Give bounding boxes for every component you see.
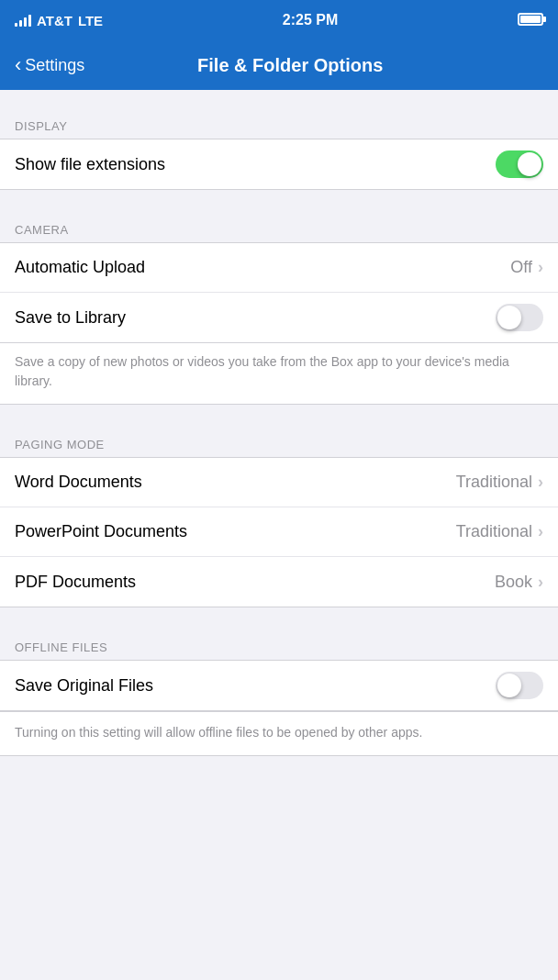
word-documents-right: Traditional ›: [456, 473, 543, 492]
show-file-extensions-row: Show file extensions: [0, 139, 558, 189]
pdf-documents-row[interactable]: PDF Documents Book ›: [0, 557, 558, 607]
paging-mode-card-group: Word Documents Traditional › PowerPoint …: [0, 457, 558, 607]
save-original-files-label: Save Original Files: [15, 676, 153, 696]
network-label: LTE: [78, 13, 103, 28]
offline-files-section-header: OFFLINE FILES: [0, 633, 558, 660]
offline-files-card-group: Save Original Files: [0, 660, 558, 711]
content: DISPLAY Show file extensions CAMERA Auto…: [0, 90, 558, 756]
offline-files-description: Turning on this setting will allow offli…: [0, 711, 558, 756]
display-section-header: DISPLAY: [0, 112, 558, 139]
powerpoint-documents-row[interactable]: PowerPoint Documents Traditional ›: [0, 507, 558, 557]
word-documents-label: Word Documents: [15, 473, 142, 492]
pdf-documents-right: Book ›: [495, 573, 543, 592]
save-original-files-row: Save Original Files: [0, 661, 558, 710]
save-to-library-row: Save to Library: [0, 293, 558, 342]
camera-card-group: Automatic Upload Off › Save to Library: [0, 242, 558, 343]
automatic-upload-chevron-icon: ›: [538, 258, 543, 277]
pdf-documents-value: Book: [495, 573, 532, 592]
toggle-knob-3: [497, 674, 521, 697]
pdf-documents-chevron-icon: ›: [538, 573, 543, 592]
word-documents-value: Traditional: [456, 473, 532, 492]
automatic-upload-value: Off: [510, 258, 532, 277]
toggle-knob-2: [497, 306, 521, 329]
camera-description: Save a copy of new photos or videos you …: [0, 343, 558, 405]
status-bar: AT&T LTE 2:25 PM: [0, 0, 558, 40]
toggle-knob: [518, 152, 541, 176]
battery-icon: [518, 13, 543, 28]
show-file-extensions-label: Show file extensions: [15, 155, 165, 174]
back-label: Settings: [25, 56, 84, 75]
status-time: 2:25 PM: [283, 12, 338, 28]
show-file-extensions-toggle[interactable]: [496, 150, 543, 178]
save-original-files-toggle[interactable]: [496, 672, 543, 699]
save-to-library-label: Save to Library: [15, 308, 126, 328]
nav-bar: ‹ Settings File & Folder Options: [0, 40, 558, 90]
status-left: AT&T LTE: [15, 13, 103, 28]
powerpoint-documents-value: Traditional: [456, 522, 532, 541]
page-title: File & Folder Options: [92, 55, 488, 76]
paging-mode-section-header: PAGING MODE: [0, 430, 558, 457]
automatic-upload-row[interactable]: Automatic Upload Off ›: [0, 243, 558, 293]
powerpoint-documents-chevron-icon: ›: [538, 522, 543, 541]
carrier-label: AT&T: [37, 13, 73, 28]
signal-icon: [15, 14, 31, 27]
automatic-upload-right: Off ›: [510, 258, 543, 277]
word-documents-chevron-icon: ›: [538, 473, 543, 492]
gap-1: [0, 190, 558, 216]
camera-section-header: CAMERA: [0, 216, 558, 242]
display-card-group: Show file extensions: [0, 139, 558, 190]
gap-3: [0, 607, 558, 633]
gap-2: [0, 405, 558, 430]
powerpoint-documents-label: PowerPoint Documents: [15, 522, 187, 541]
automatic-upload-label: Automatic Upload: [15, 258, 145, 277]
save-to-library-toggle[interactable]: [496, 304, 543, 331]
pdf-documents-label: PDF Documents: [15, 573, 136, 592]
back-chevron-icon: ‹: [15, 53, 21, 77]
powerpoint-documents-right: Traditional ›: [456, 522, 543, 541]
word-documents-row[interactable]: Word Documents Traditional ›: [0, 458, 558, 507]
back-button[interactable]: ‹ Settings: [15, 54, 84, 77]
